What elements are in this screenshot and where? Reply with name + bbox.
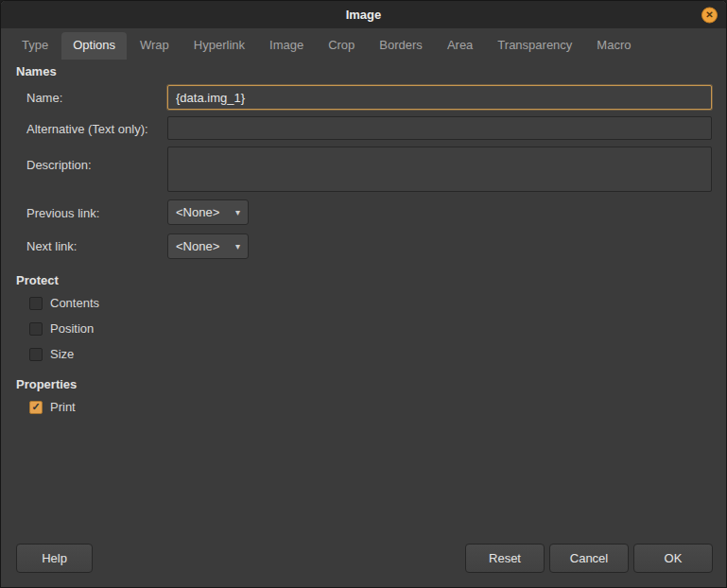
checkbox-row-size[interactable]: ✓ Size — [29, 347, 74, 361]
position-checkbox[interactable]: ✓ — [29, 322, 43, 336]
help-button[interactable]: Help — [16, 544, 93, 573]
position-checkbox-label: Position — [50, 321, 94, 336]
next-link-label: Next link: — [26, 239, 77, 253]
alternative-label: Alternative (Text only): — [26, 122, 148, 136]
tab-crop[interactable]: Crop — [317, 32, 366, 60]
name-input[interactable] — [167, 85, 712, 110]
tab-area[interactable]: Area — [436, 32, 484, 60]
checkbox-row-contents[interactable]: ✓ Contents — [29, 296, 99, 310]
size-checkbox[interactable]: ✓ — [29, 348, 43, 361]
contents-checkbox-label: Contents — [50, 296, 99, 310]
previous-link-dropdown[interactable]: <None> ▾ — [167, 199, 249, 225]
name-label: Name: — [26, 91, 62, 105]
protect-section-heading: Protect — [16, 273, 59, 287]
previous-link-label: Previous link: — [26, 206, 99, 220]
next-link-dropdown[interactable]: <None> ▾ — [167, 233, 249, 259]
close-icon: ✕ — [705, 10, 713, 20]
size-checkbox-label: Size — [50, 347, 74, 361]
checkbox-row-print[interactable]: ✓ Print — [29, 400, 76, 414]
tab-bar: Type Options Wrap Hyperlink Image Crop B… — [1, 28, 726, 60]
window-title: Image — [346, 8, 382, 22]
check-icon: ✓ — [31, 401, 40, 413]
alternative-input[interactable] — [167, 116, 712, 140]
image-dialog: Image ✕ Type Options Wrap Hyperlink Imag… — [0, 0, 727, 588]
tab-transparency[interactable]: Transparency — [486, 32, 583, 60]
print-checkbox-label: Print — [50, 400, 76, 414]
tab-macro[interactable]: Macro — [585, 32, 642, 60]
tab-hyperlink[interactable]: Hyperlink — [182, 32, 256, 60]
print-checkbox[interactable]: ✓ — [29, 401, 43, 414]
close-button[interactable]: ✕ — [701, 7, 718, 23]
tab-borders[interactable]: Borders — [368, 32, 434, 60]
cancel-button[interactable]: Cancel — [549, 544, 629, 573]
reset-button[interactable]: Reset — [465, 544, 545, 573]
ok-button[interactable]: OK — [633, 544, 713, 573]
contents-checkbox[interactable]: ✓ — [29, 297, 43, 310]
description-label: Description: — [26, 158, 92, 172]
previous-link-value: <None> — [176, 205, 219, 219]
tab-image[interactable]: Image — [258, 32, 315, 60]
next-link-value: <None> — [176, 239, 219, 253]
tab-type[interactable]: Type — [10, 32, 60, 60]
names-section-heading: Names — [16, 64, 57, 78]
chevron-down-icon: ▾ — [235, 241, 240, 251]
description-textarea[interactable] — [167, 147, 712, 192]
properties-section-heading: Properties — [16, 377, 77, 391]
tab-wrap[interactable]: Wrap — [129, 32, 181, 60]
chevron-down-icon: ▾ — [235, 207, 240, 217]
checkbox-row-position[interactable]: ✓ Position — [29, 321, 94, 336]
titlebar[interactable]: Image ✕ — [1, 1, 726, 28]
tab-options[interactable]: Options — [61, 32, 127, 60]
